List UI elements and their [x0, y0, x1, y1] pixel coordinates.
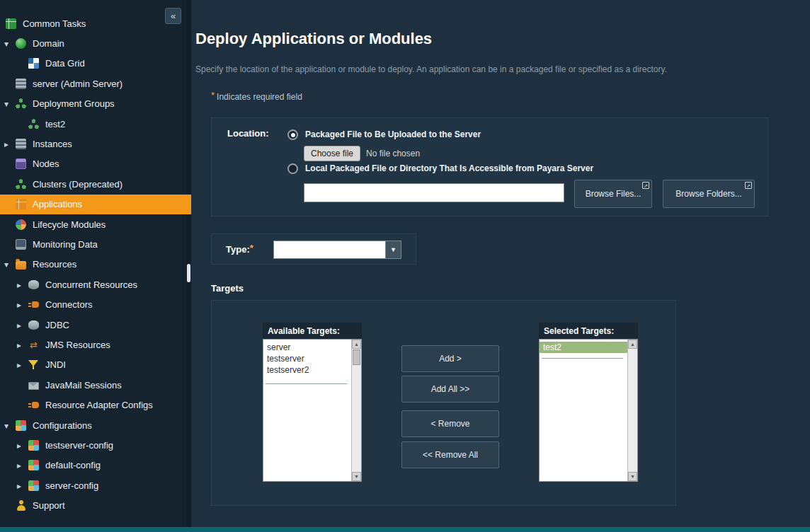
- sidebar-item-resources[interactable]: Resources: [0, 255, 191, 274]
- available-targets-listbox[interactable]: server testserver testserver2: [263, 339, 362, 482]
- type-select[interactable]: [273, 241, 401, 259]
- chevron-right-icon[interactable]: [17, 279, 28, 290]
- external-link-icon: [642, 182, 649, 189]
- sidebar-item-label: JDBC: [45, 320, 69, 330]
- scroll-down-icon[interactable]: [628, 472, 637, 481]
- data-grid-icon: [28, 58, 39, 69]
- sidebar-item-deployment-groups[interactable]: Deployment Groups: [0, 94, 191, 114]
- add-all-button[interactable]: Add All >>: [401, 376, 499, 403]
- sidebar-item-label: Resources: [33, 259, 76, 270]
- sidebar-item-testserver-config[interactable]: testserver-config: [0, 435, 191, 455]
- sidebar-item-label: testserver-config: [45, 440, 113, 451]
- required-text: Indicates required field: [217, 92, 302, 102]
- remove-all-button[interactable]: << Remove All: [401, 441, 499, 468]
- sidebar-item-label: JavaMail Sessions: [45, 380, 122, 391]
- sidebar-item-instances[interactable]: Instances: [0, 134, 191, 154]
- sidebar-item-applications[interactable]: Applications: [0, 195, 191, 214]
- list-item[interactable]: server: [263, 342, 351, 353]
- sidebar-item-common-tasks[interactable]: Common Tasks: [0, 13, 191, 33]
- cluster-icon: [16, 179, 26, 190]
- type-label: Type:*: [226, 244, 256, 255]
- chevron-right-icon[interactable]: [17, 299, 28, 310]
- chevron-right-icon[interactable]: [17, 460, 28, 470]
- sidebar-item-label: Lifecycle Modules: [33, 219, 105, 230]
- chevron-down-icon[interactable]: [4, 259, 16, 270]
- sidebar-item-monitoring-data[interactable]: Monitoring Data: [0, 234, 191, 254]
- sidebar-item-resource-adapter-configs[interactable]: Resource Adapter Configs: [0, 395, 191, 415]
- list-item[interactable]: testserver: [263, 353, 351, 364]
- sidebar-item-label: Deployment Groups: [33, 98, 115, 109]
- sidebar-item-default-config[interactable]: default-config: [0, 456, 191, 475]
- local-path-input[interactable]: [304, 183, 564, 202]
- connector-icon: [28, 299, 39, 310]
- sidebar-collapse-button[interactable]: «: [165, 8, 181, 24]
- chevron-down-icon[interactable]: [4, 98, 16, 109]
- sidebar-item-data-grid[interactable]: Data Grid: [0, 54, 191, 74]
- sidebar-item-lifecycle-modules[interactable]: Lifecycle Modules: [0, 214, 191, 234]
- cluster-icon: [16, 98, 26, 109]
- chevron-down-icon[interactable]: [4, 38, 16, 49]
- chevron-right-icon[interactable]: [17, 359, 28, 370]
- upload-option-label[interactable]: Packaged File to Be Uploaded to the Serv…: [305, 129, 481, 139]
- required-asterisk: *: [250, 243, 253, 253]
- sidebar-item-label: Nodes: [33, 158, 59, 169]
- chevron-right-icon[interactable]: [4, 139, 16, 149]
- sidebar-item-connectors[interactable]: Connectors: [0, 294, 191, 314]
- choose-file-button[interactable]: Choose file: [304, 146, 360, 161]
- local-path-radio[interactable]: [287, 163, 298, 174]
- browse-folders-label: Browse Folders...: [675, 189, 741, 199]
- chevron-down-icon: [385, 241, 401, 258]
- chevron-right-icon[interactable]: [17, 320, 28, 330]
- listbox-scrollbar[interactable]: [351, 340, 361, 481]
- scroll-up-icon[interactable]: [352, 340, 361, 349]
- add-button[interactable]: Add >: [401, 345, 499, 372]
- sidebar-item-jms-resources[interactable]: JMS Resources: [0, 335, 191, 354]
- upload-file-radio[interactable]: [287, 129, 298, 140]
- sidebar-item-nodes[interactable]: Nodes: [0, 154, 191, 174]
- sidebar-item-support[interactable]: Support: [0, 495, 191, 515]
- sidebar-item-label: Resource Adapter Configs: [45, 400, 153, 410]
- sidebar-item-jndi[interactable]: JNDI: [0, 355, 191, 375]
- sidebar-item-concurrent-resources[interactable]: Concurrent Resources: [0, 274, 191, 294]
- sidebar-item-jdbc[interactable]: JDBC: [0, 315, 191, 335]
- listbox-scrollbar[interactable]: [627, 340, 637, 481]
- browse-files-button[interactable]: Browse Files...: [574, 180, 652, 208]
- sidebar-item-label: Applications: [33, 199, 82, 209]
- sidebar-item-label: server-config: [45, 480, 98, 491]
- selected-targets-header: Selected Targets:: [539, 323, 638, 339]
- sidebar-item-test2[interactable]: test2: [0, 114, 191, 134]
- browse-folders-button[interactable]: Browse Folders...: [663, 180, 755, 208]
- sidebar-item-server-admin-server[interactable]: server (Admin Server): [0, 74, 191, 93]
- selected-targets-items: test2: [540, 340, 627, 481]
- sidebar-item-label: Support: [33, 500, 65, 511]
- scroll-thumb[interactable]: [353, 349, 360, 365]
- sidebar-item-label: Connectors: [45, 299, 92, 310]
- list-divider: [542, 358, 623, 359]
- sidebar-item-domain[interactable]: Domain: [0, 33, 191, 53]
- config-icon: [16, 420, 26, 431]
- chevron-right-icon[interactable]: [17, 440, 28, 451]
- scroll-down-icon[interactable]: [352, 472, 361, 481]
- required-field-note: *Indicates required field: [211, 91, 302, 102]
- remove-button[interactable]: < Remove: [401, 410, 499, 437]
- local-option-label[interactable]: Local Packaged File or Directory That Is…: [305, 163, 593, 173]
- chevron-right-icon[interactable]: [17, 480, 28, 491]
- sidebar-scrollbar-thumb[interactable]: [187, 264, 190, 282]
- sidebar-item-server-config[interactable]: server-config: [0, 475, 191, 495]
- chevron-down-icon[interactable]: [4, 420, 16, 431]
- selected-targets-listbox[interactable]: test2: [539, 339, 638, 482]
- list-item-selected[interactable]: test2: [540, 342, 627, 353]
- list-item[interactable]: testserver2: [263, 364, 351, 376]
- external-link-icon: [745, 182, 752, 189]
- file-chooser: Choose file No file chosen: [304, 146, 420, 161]
- sidebar-item-javamail-sessions[interactable]: JavaMail Sessions: [0, 375, 191, 395]
- folder-icon: [16, 261, 26, 270]
- sidebar-item-clusters-deprecated[interactable]: Clusters (Deprecated): [0, 174, 191, 194]
- globe-icon: [16, 38, 26, 49]
- scroll-up-icon[interactable]: [628, 340, 637, 349]
- config-icon: [28, 440, 39, 451]
- cluster-icon: [28, 119, 39, 129]
- required-asterisk: *: [211, 90, 215, 100]
- sidebar-item-configurations[interactable]: Configurations: [0, 415, 191, 435]
- chevron-right-icon[interactable]: [17, 340, 28, 350]
